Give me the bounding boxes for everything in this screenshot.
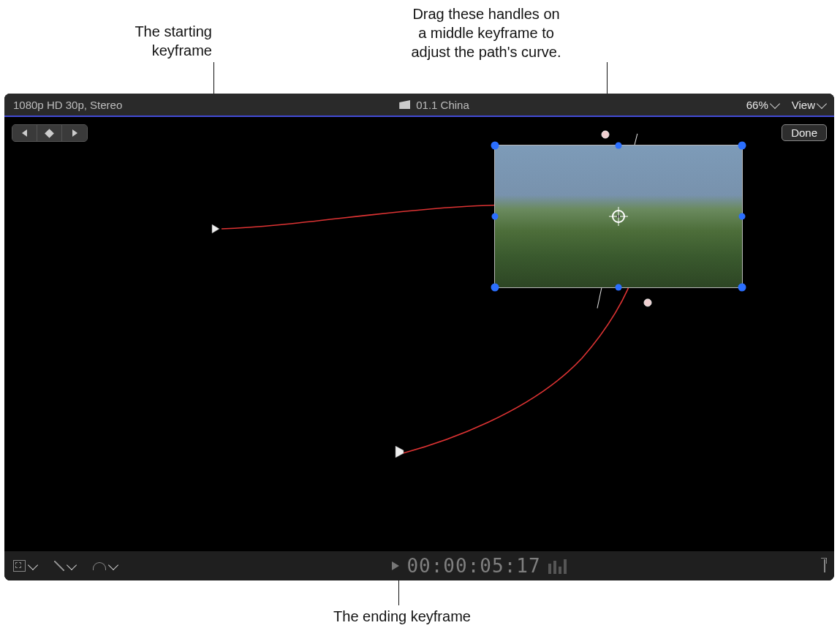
chevron-down-icon [817, 98, 827, 108]
zoom-value: 66% [746, 99, 768, 111]
play-icon[interactable] [392, 561, 399, 570]
next-keyframe-icon [72, 129, 77, 137]
viewer-canvas[interactable]: Done [4, 117, 834, 551]
anchor-crosshair[interactable] [609, 207, 628, 226]
viewer-window: 1080p HD 30p, Stereo 01.1 China 66% View… [4, 94, 834, 580]
viewer-toolbar: 00:00:05:17 [4, 551, 834, 580]
svg-marker-0 [212, 224, 219, 233]
next-keyframe-button[interactable] [62, 125, 87, 141]
svg-marker-1 [396, 446, 404, 458]
end-keyframe-marker[interactable] [393, 446, 405, 458]
resize-handle-bl[interactable] [491, 284, 499, 292]
chevron-down-icon [770, 98, 780, 108]
resize-handle-r[interactable] [739, 213, 746, 220]
audio-meter [548, 558, 567, 574]
wand-icon [54, 561, 64, 571]
resize-handle-b[interactable] [616, 284, 622, 291]
start-keyframe-marker[interactable] [211, 223, 222, 235]
timecode-value: 00:00:05:17 [406, 555, 540, 577]
clip-transform-box[interactable] [494, 145, 743, 288]
timecode-display: 00:00:05:17 [135, 555, 824, 577]
chevron-down-icon [108, 559, 118, 570]
callout-end-keyframe: The ending keyframe [314, 607, 490, 626]
add-keyframe-button[interactable] [37, 125, 62, 141]
transform-tool-dropdown[interactable] [13, 560, 37, 572]
view-dropdown[interactable]: View [792, 99, 825, 111]
keyframe-diamond-icon [45, 129, 54, 138]
resize-handle-t[interactable] [616, 143, 622, 149]
chevron-down-icon [67, 559, 77, 570]
chevron-down-icon [28, 559, 38, 570]
fullscreen-icon [824, 559, 825, 572]
callout-handles: Drag these handles on a middle keyframe … [362, 4, 610, 61]
clip-name: 01.1 China [416, 99, 469, 111]
done-button[interactable]: Done [782, 124, 827, 141]
zoom-dropdown[interactable]: 66% [746, 99, 779, 111]
resize-handle-tl[interactable] [491, 142, 499, 150]
prev-keyframe-button[interactable] [12, 125, 37, 141]
gauge-icon [93, 562, 106, 570]
tangent-handle-endpoint[interactable] [602, 131, 610, 139]
prev-keyframe-icon [22, 129, 27, 137]
fullscreen-button[interactable] [824, 560, 825, 572]
keyframe-nav-group [12, 124, 88, 142]
resize-handle-l[interactable] [492, 213, 499, 220]
format-label: 1080p HD 30p, Stereo [13, 99, 122, 111]
retime-tool-dropdown[interactable] [93, 562, 117, 570]
enhance-tool-dropdown[interactable] [54, 561, 75, 571]
view-label: View [792, 99, 815, 111]
resize-handle-tr[interactable] [738, 142, 746, 150]
tangent-handle-endpoint[interactable] [644, 299, 652, 307]
resize-handle-br[interactable] [738, 284, 746, 292]
viewer-titlebar: 1080p HD 30p, Stereo 01.1 China 66% View [4, 94, 834, 117]
clapperboard-icon [399, 100, 410, 109]
callout-start-keyframe: The starting keyframe [88, 22, 212, 60]
transform-icon [13, 560, 26, 572]
